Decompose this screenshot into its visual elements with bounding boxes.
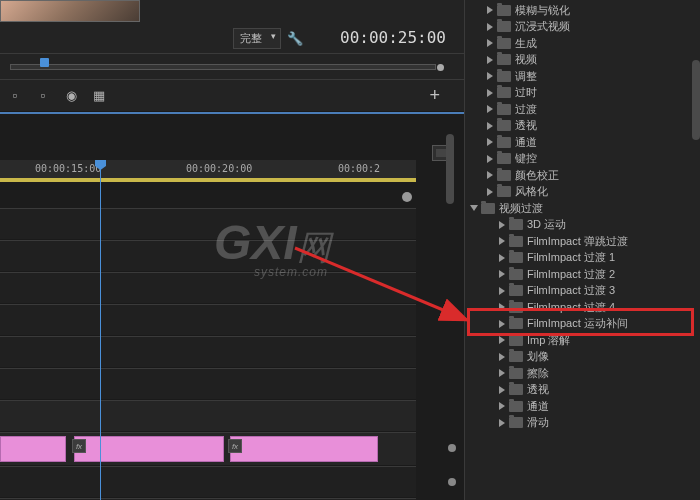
effect-folder[interactable]: FilmImpact 过渡 4 bbox=[465, 299, 700, 316]
effect-folder[interactable]: 通道 bbox=[465, 398, 700, 415]
effects-panel: 模糊与锐化 沉浸式视频 生成 视频 调整 过时 过渡 透视 通道 键控 颜色校正… bbox=[464, 0, 700, 500]
folder-icon bbox=[497, 54, 511, 65]
effect-folder-video-transitions[interactable]: 视频过渡 bbox=[465, 200, 700, 217]
preview-thumbnail bbox=[0, 0, 140, 22]
effect-folder[interactable]: 键控 bbox=[465, 151, 700, 168]
effect-folder[interactable]: 模糊与锐化 bbox=[465, 2, 700, 19]
ruler-tick: 00:00:2 bbox=[338, 163, 380, 174]
video-track[interactable] bbox=[0, 304, 416, 336]
effect-folder[interactable]: 划像 bbox=[465, 349, 700, 366]
fx-badge-icon[interactable]: fx bbox=[228, 439, 242, 453]
folder-icon bbox=[509, 368, 523, 379]
folder-icon bbox=[509, 335, 523, 346]
video-track-v1[interactable]: fx fx bbox=[0, 432, 416, 466]
program-monitor-header: 完整 🔧 00:00:25:00 bbox=[0, 0, 464, 54]
track-output-icon[interactable] bbox=[448, 478, 456, 486]
effect-folder[interactable]: 视频 bbox=[465, 52, 700, 69]
effect-folder[interactable]: FilmImpact 弹跳过渡 bbox=[465, 233, 700, 250]
folder-icon bbox=[497, 21, 511, 32]
folder-icon bbox=[497, 137, 511, 148]
folder-icon bbox=[509, 269, 523, 280]
effect-folder[interactable]: FilmImpact 过渡 2 bbox=[465, 266, 700, 283]
settings-wrench-icon[interactable]: 🔧 bbox=[287, 31, 303, 46]
effect-folder[interactable]: 调整 bbox=[465, 68, 700, 85]
folder-icon bbox=[509, 236, 523, 247]
audio-track[interactable] bbox=[0, 466, 416, 498]
effect-folder[interactable]: 透视 bbox=[465, 382, 700, 399]
folder-icon bbox=[497, 71, 511, 82]
mark-in-icon[interactable]: ▫ bbox=[6, 88, 24, 104]
effect-folder[interactable]: 通道 bbox=[465, 134, 700, 151]
effect-folder[interactable]: FilmImpact 过渡 1 bbox=[465, 250, 700, 267]
effect-folder[interactable]: 擦除 bbox=[465, 365, 700, 382]
folder-icon bbox=[509, 285, 523, 296]
folder-icon bbox=[509, 252, 523, 263]
folder-icon bbox=[497, 186, 511, 197]
playhead[interactable] bbox=[95, 160, 106, 170]
folder-icon bbox=[509, 219, 523, 230]
video-clip[interactable] bbox=[0, 436, 66, 462]
effect-folder[interactable]: 3D 运动 bbox=[465, 217, 700, 234]
folder-icon bbox=[509, 384, 523, 395]
folder-icon bbox=[497, 120, 511, 131]
video-clip[interactable] bbox=[230, 436, 378, 462]
effect-folder-filmimpact-3[interactable]: FilmImpact 过渡 3 bbox=[465, 283, 700, 300]
effect-folder[interactable]: 生成 bbox=[465, 35, 700, 52]
export-frame-icon[interactable]: ▦ bbox=[90, 88, 108, 104]
overview-handle-icon[interactable] bbox=[437, 64, 444, 71]
effect-folder[interactable]: 风格化 bbox=[465, 184, 700, 201]
mark-out-icon[interactable]: ▫ bbox=[34, 88, 52, 104]
folder-icon bbox=[497, 170, 511, 181]
folder-icon bbox=[497, 153, 511, 164]
effect-folder[interactable]: 颜色校正 bbox=[465, 167, 700, 184]
timeline-vscrollbar[interactable] bbox=[446, 134, 454, 480]
program-timecode[interactable]: 00:00:25:00 bbox=[340, 28, 446, 47]
video-track[interactable] bbox=[0, 208, 416, 240]
effect-folder[interactable]: 过渡 bbox=[465, 101, 700, 118]
video-track[interactable] bbox=[0, 400, 416, 432]
add-button-icon[interactable]: + bbox=[429, 85, 440, 106]
effect-folder[interactable]: 滑动 bbox=[465, 415, 700, 432]
folder-icon bbox=[509, 302, 523, 313]
video-track[interactable] bbox=[0, 240, 416, 272]
video-track[interactable] bbox=[0, 368, 416, 400]
effect-folder[interactable]: 透视 bbox=[465, 118, 700, 135]
effect-folder[interactable]: 沉浸式视频 bbox=[465, 19, 700, 36]
overview-bar[interactable] bbox=[0, 54, 464, 80]
video-clip[interactable] bbox=[74, 436, 224, 462]
folder-icon bbox=[497, 87, 511, 98]
overview-playhead-icon[interactable] bbox=[40, 58, 49, 67]
effects-vscrollbar[interactable] bbox=[692, 60, 700, 140]
folder-icon bbox=[509, 318, 523, 329]
effect-folder[interactable]: 过时 bbox=[465, 85, 700, 102]
folder-icon bbox=[497, 5, 511, 16]
work-area-bar[interactable] bbox=[0, 178, 416, 182]
folder-icon bbox=[509, 417, 523, 428]
monitor-toolbar: ▫ ▫ ◉ ▦ + bbox=[0, 80, 464, 112]
fx-badge-icon[interactable]: fx bbox=[72, 439, 86, 453]
effect-folder[interactable]: FilmImpact 运动补间 bbox=[465, 316, 700, 333]
camera-icon[interactable]: ◉ bbox=[62, 88, 80, 104]
timeline-panel: 00:00:15:00 00:00:20:00 00:00:2 bbox=[0, 112, 464, 500]
folder-icon bbox=[509, 351, 523, 362]
video-track[interactable] bbox=[0, 336, 416, 368]
folder-icon bbox=[497, 38, 511, 49]
ruler-tick: 00:00:20:00 bbox=[186, 163, 252, 174]
folder-icon bbox=[481, 203, 495, 214]
effect-folder[interactable]: Imp 溶解 bbox=[465, 332, 700, 349]
folder-icon bbox=[497, 104, 511, 115]
folder-icon bbox=[509, 401, 523, 412]
video-track[interactable] bbox=[0, 272, 416, 304]
sequence-end-marker-icon[interactable] bbox=[402, 192, 412, 202]
resolution-select[interactable]: 完整 bbox=[233, 28, 281, 49]
track-output-icon[interactable] bbox=[448, 444, 456, 452]
ruler-tick: 00:00:15:00 bbox=[35, 163, 101, 174]
